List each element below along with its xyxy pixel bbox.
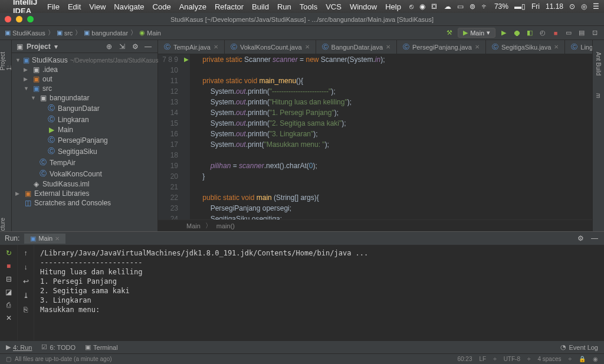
gear-icon[interactable]: ⚙ bbox=[130, 42, 140, 51]
indent[interactable]: 4 spaces bbox=[537, 356, 561, 362]
wifi-icon[interactable]: ⊚ bbox=[470, 2, 475, 11]
menu-vcs[interactable]: VCS bbox=[326, 2, 342, 11]
tree-item[interactable]: ⒸLingkaran bbox=[15, 114, 154, 125]
time[interactable]: 11.18 bbox=[546, 2, 563, 11]
breadcrumb-item[interactable]: ▣src bbox=[57, 29, 73, 37]
stop-button[interactable]: ■ bbox=[551, 28, 560, 38]
run-configuration-selector[interactable]: ▶ Main ▾ bbox=[458, 28, 495, 38]
run-tab[interactable]: ▣Main✕ bbox=[24, 234, 65, 244]
menu-file[interactable]: File bbox=[47, 2, 60, 11]
code-editor[interactable]: 7 8 9 10 11 12 13 14 15 16 17 18 19 20 2… bbox=[158, 54, 592, 219]
menu-help[interactable]: Help bbox=[385, 2, 401, 11]
day[interactable]: Fri bbox=[531, 2, 540, 11]
tab-ant[interactable]: Ant Build bbox=[595, 52, 602, 76]
chevron-right-icon[interactable]: ▶ bbox=[15, 191, 21, 196]
chevron-right-icon[interactable]: ▶ bbox=[24, 76, 29, 82]
menu-icon[interactable]: ☰ bbox=[593, 2, 599, 11]
select-target-icon[interactable]: ⊕ bbox=[104, 42, 114, 51]
editor-tab[interactable]: ⒸTempAir.java✕ bbox=[158, 40, 225, 54]
console-output[interactable]: /Library/Java/JavaVirtualMachines/jdk1.8… bbox=[34, 245, 604, 340]
inspector-icon[interactable]: ◉ bbox=[593, 356, 598, 362]
encoding[interactable]: UTF-8 bbox=[504, 356, 520, 362]
menu-window[interactable]: Window bbox=[350, 2, 377, 11]
menu-navigate[interactable]: Navigate bbox=[114, 2, 144, 11]
tree-item[interactable]: ◈StudiKasus.iml bbox=[15, 179, 154, 189]
editor-tab[interactable]: ⒸPersegiPanjang.java✕ bbox=[397, 40, 486, 54]
pin-icon[interactable]: ◪ bbox=[4, 287, 14, 297]
chevron-down-icon[interactable]: ▼ bbox=[31, 95, 37, 101]
run-button[interactable]: ▶ bbox=[499, 28, 508, 38]
editor-tab[interactable]: ⒸVokalKonsCount.java✕ bbox=[225, 40, 316, 54]
chevron-down-icon[interactable]: ▼ bbox=[24, 86, 29, 91]
tree-item-external-libs[interactable]: ▶▣External Libraries bbox=[15, 189, 154, 198]
tab-todo[interactable]: ☑6: TODO bbox=[41, 343, 76, 351]
chevron-right-icon[interactable]: ▶ bbox=[24, 67, 29, 73]
cast-icon[interactable]: ▭ bbox=[457, 2, 464, 11]
close-icon[interactable]: ✕ bbox=[214, 44, 218, 50]
tab-project[interactable]: 1: Project bbox=[0, 52, 12, 70]
tree-item[interactable]: ⒸSegitigaSiku bbox=[15, 146, 154, 157]
editor-tab[interactable]: ⒸLingkaran.java✕ bbox=[565, 40, 592, 54]
breadcrumb-class[interactable]: Main bbox=[186, 222, 201, 229]
menu-analyze[interactable]: Analyze bbox=[179, 2, 206, 11]
tab-maven[interactable]: m bbox=[595, 93, 602, 98]
line-separator[interactable]: LF bbox=[479, 356, 486, 362]
vcs-icon[interactable]: ▭ bbox=[564, 28, 573, 38]
debug-button[interactable]: ⯃ bbox=[512, 28, 521, 38]
export-icon[interactable]: ⎘ bbox=[21, 305, 31, 314]
close-icon[interactable]: ✕ bbox=[55, 235, 60, 242]
code-content[interactable]: private static Scanner scanner = new Sca… bbox=[190, 54, 592, 219]
tree-item-root[interactable]: ▼ ▣ StudiKasus ~/Developments/Java/Studi… bbox=[15, 55, 154, 65]
wrap-icon[interactable]: ↩ bbox=[21, 277, 31, 286]
breadcrumb-method[interactable]: main() bbox=[216, 222, 235, 229]
menu-code[interactable]: Code bbox=[153, 2, 171, 11]
expand-icon[interactable]: ⇲ bbox=[117, 42, 127, 51]
hide-icon[interactable]: — bbox=[590, 234, 599, 243]
close-window-button[interactable] bbox=[5, 16, 11, 22]
layout-icon[interactable]: ⊟ bbox=[4, 274, 14, 284]
tree-item[interactable]: ▶▣.idea bbox=[15, 65, 154, 74]
evernote-icon[interactable]: ◉ bbox=[419, 2, 425, 11]
tree-item-scratches[interactable]: ◫Scratches and Consoles bbox=[15, 198, 154, 208]
tree-item[interactable]: ⒸBangunDatar bbox=[15, 103, 154, 114]
spotlight-icon[interactable]: ⊙ bbox=[569, 2, 575, 11]
editor-tab[interactable]: ⒸSegitigaSiku.java✕ bbox=[486, 40, 565, 54]
minimize-window-button[interactable] bbox=[16, 16, 22, 22]
tab-run[interactable]: ▶4: Run bbox=[6, 343, 32, 351]
breadcrumb-item[interactable]: ▣StudiKasus bbox=[5, 29, 45, 37]
delete-icon[interactable]: ✕ bbox=[4, 313, 14, 323]
tree-item[interactable]: ⒸPersegiPanjang bbox=[15, 135, 154, 146]
gutter-marks[interactable]: ▶ bbox=[183, 54, 190, 219]
close-icon[interactable]: ✕ bbox=[554, 44, 559, 50]
tree-item[interactable]: ▶▣out bbox=[15, 74, 154, 84]
search-everywhere-icon[interactable]: ⊡ bbox=[590, 28, 599, 38]
maximize-window-button[interactable] bbox=[27, 16, 34, 22]
project-structure-icon[interactable]: ▤ bbox=[577, 28, 586, 38]
tab-structure[interactable]: 7: Structure bbox=[0, 218, 12, 231]
menu-refactor[interactable]: Refactor bbox=[215, 2, 244, 11]
close-icon[interactable]: ✕ bbox=[305, 44, 310, 50]
menu-edit[interactable]: Edit bbox=[68, 2, 81, 11]
tab-terminal[interactable]: ▣Terminal bbox=[85, 343, 118, 351]
gear-icon[interactable]: ⚙ bbox=[576, 234, 585, 243]
print-icon[interactable]: ⎙ bbox=[4, 300, 14, 310]
coverage-button[interactable]: ◧ bbox=[525, 28, 534, 38]
close-icon[interactable]: ✕ bbox=[475, 44, 480, 50]
cloud-icon[interactable]: ☁ bbox=[444, 2, 451, 11]
menu-tools[interactable]: Tools bbox=[300, 2, 317, 11]
tree-item[interactable]: ▼▣bangundatar bbox=[15, 93, 154, 103]
breadcrumb-item[interactable]: ▣bangundatar bbox=[84, 29, 128, 37]
status-icon[interactable]: ▢ bbox=[6, 356, 11, 362]
tree-item[interactable]: ⒸVokalKonsCount bbox=[15, 168, 154, 179]
tree-item[interactable]: ▼▣src bbox=[15, 84, 154, 93]
lock-icon[interactable]: 🔒 bbox=[579, 356, 586, 362]
chevron-down-icon[interactable]: ▾ bbox=[54, 42, 58, 51]
tree-item[interactable]: ⒸTempAir bbox=[15, 157, 154, 168]
chevron-down-icon[interactable]: ▼ bbox=[15, 57, 21, 63]
siri-icon[interactable]: ◎ bbox=[581, 2, 587, 11]
close-icon[interactable]: ✕ bbox=[386, 44, 390, 50]
hide-icon[interactable]: — bbox=[143, 42, 153, 51]
dropbox-icon[interactable]: ⛋ bbox=[431, 2, 438, 11]
event-log[interactable]: ◔Event Log bbox=[560, 343, 598, 351]
stop-icon[interactable]: ■ bbox=[4, 261, 14, 271]
